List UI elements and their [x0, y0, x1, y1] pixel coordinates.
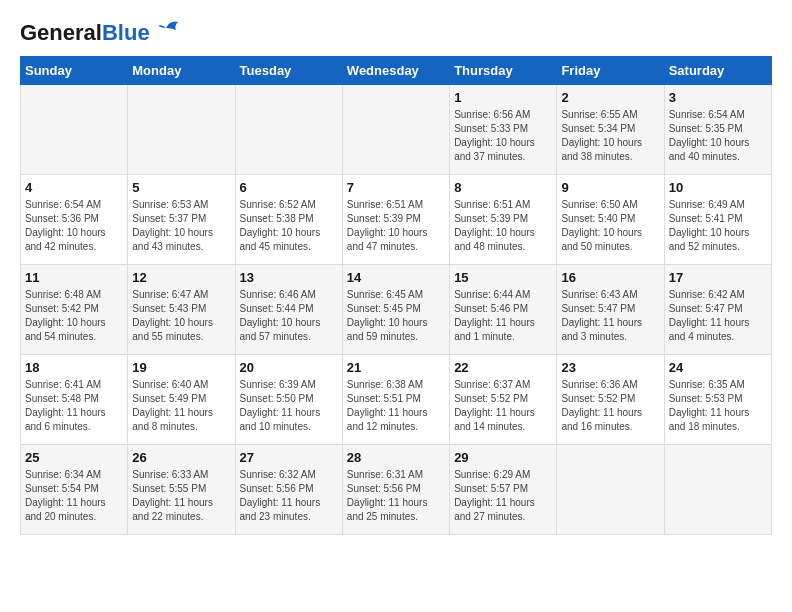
- calendar-week-4: 18Sunrise: 6:41 AMSunset: 5:48 PMDayligh…: [21, 355, 772, 445]
- calendar-header: SundayMondayTuesdayWednesdayThursdayFrid…: [21, 57, 772, 85]
- day-number: 19: [132, 360, 230, 375]
- calendar-cell: 15Sunrise: 6:44 AMSunset: 5:46 PMDayligh…: [450, 265, 557, 355]
- calendar-cell: 28Sunrise: 6:31 AMSunset: 5:56 PMDayligh…: [342, 445, 449, 535]
- day-details: Sunrise: 6:54 AMSunset: 5:35 PMDaylight:…: [669, 108, 767, 164]
- calendar-cell: [128, 85, 235, 175]
- day-details: Sunrise: 6:51 AMSunset: 5:39 PMDaylight:…: [347, 198, 445, 254]
- day-number: 16: [561, 270, 659, 285]
- day-number: 5: [132, 180, 230, 195]
- day-details: Sunrise: 6:38 AMSunset: 5:51 PMDaylight:…: [347, 378, 445, 434]
- calendar-cell: 29Sunrise: 6:29 AMSunset: 5:57 PMDayligh…: [450, 445, 557, 535]
- day-details: Sunrise: 6:40 AMSunset: 5:49 PMDaylight:…: [132, 378, 230, 434]
- calendar-cell: [235, 85, 342, 175]
- day-details: Sunrise: 6:48 AMSunset: 5:42 PMDaylight:…: [25, 288, 123, 344]
- day-number: 15: [454, 270, 552, 285]
- day-number: 3: [669, 90, 767, 105]
- weekday-saturday: Saturday: [664, 57, 771, 85]
- day-details: Sunrise: 6:51 AMSunset: 5:39 PMDaylight:…: [454, 198, 552, 254]
- day-number: 2: [561, 90, 659, 105]
- calendar-cell: 9Sunrise: 6:50 AMSunset: 5:40 PMDaylight…: [557, 175, 664, 265]
- logo-blue: Blue: [102, 20, 150, 45]
- calendar-cell: [557, 445, 664, 535]
- calendar-cell: 26Sunrise: 6:33 AMSunset: 5:55 PMDayligh…: [128, 445, 235, 535]
- day-details: Sunrise: 6:39 AMSunset: 5:50 PMDaylight:…: [240, 378, 338, 434]
- day-number: 20: [240, 360, 338, 375]
- day-number: 1: [454, 90, 552, 105]
- calendar-cell: [342, 85, 449, 175]
- logo-general: General: [20, 20, 102, 45]
- calendar-cell: 1Sunrise: 6:56 AMSunset: 5:33 PMDaylight…: [450, 85, 557, 175]
- calendar-cell: 13Sunrise: 6:46 AMSunset: 5:44 PMDayligh…: [235, 265, 342, 355]
- calendar-cell: 24Sunrise: 6:35 AMSunset: 5:53 PMDayligh…: [664, 355, 771, 445]
- day-number: 7: [347, 180, 445, 195]
- day-details: Sunrise: 6:44 AMSunset: 5:46 PMDaylight:…: [454, 288, 552, 344]
- calendar-week-2: 4Sunrise: 6:54 AMSunset: 5:36 PMDaylight…: [21, 175, 772, 265]
- day-number: 13: [240, 270, 338, 285]
- weekday-wednesday: Wednesday: [342, 57, 449, 85]
- calendar-cell: 10Sunrise: 6:49 AMSunset: 5:41 PMDayligh…: [664, 175, 771, 265]
- day-number: 26: [132, 450, 230, 465]
- calendar-cell: 3Sunrise: 6:54 AMSunset: 5:35 PMDaylight…: [664, 85, 771, 175]
- day-details: Sunrise: 6:29 AMSunset: 5:57 PMDaylight:…: [454, 468, 552, 524]
- weekday-friday: Friday: [557, 57, 664, 85]
- day-number: 10: [669, 180, 767, 195]
- calendar-cell: 5Sunrise: 6:53 AMSunset: 5:37 PMDaylight…: [128, 175, 235, 265]
- day-number: 14: [347, 270, 445, 285]
- calendar-cell: 16Sunrise: 6:43 AMSunset: 5:47 PMDayligh…: [557, 265, 664, 355]
- day-number: 29: [454, 450, 552, 465]
- calendar-cell: 7Sunrise: 6:51 AMSunset: 5:39 PMDaylight…: [342, 175, 449, 265]
- day-details: Sunrise: 6:55 AMSunset: 5:34 PMDaylight:…: [561, 108, 659, 164]
- calendar-cell: [21, 85, 128, 175]
- day-details: Sunrise: 6:37 AMSunset: 5:52 PMDaylight:…: [454, 378, 552, 434]
- day-details: Sunrise: 6:45 AMSunset: 5:45 PMDaylight:…: [347, 288, 445, 344]
- weekday-header-row: SundayMondayTuesdayWednesdayThursdayFrid…: [21, 57, 772, 85]
- calendar-week-5: 25Sunrise: 6:34 AMSunset: 5:54 PMDayligh…: [21, 445, 772, 535]
- day-details: Sunrise: 6:50 AMSunset: 5:40 PMDaylight:…: [561, 198, 659, 254]
- calendar-cell: 14Sunrise: 6:45 AMSunset: 5:45 PMDayligh…: [342, 265, 449, 355]
- logo: GeneralBlue: [20, 20, 184, 46]
- day-number: 6: [240, 180, 338, 195]
- day-number: 22: [454, 360, 552, 375]
- calendar-cell: 21Sunrise: 6:38 AMSunset: 5:51 PMDayligh…: [342, 355, 449, 445]
- day-number: 28: [347, 450, 445, 465]
- calendar-cell: 18Sunrise: 6:41 AMSunset: 5:48 PMDayligh…: [21, 355, 128, 445]
- calendar-cell: 27Sunrise: 6:32 AMSunset: 5:56 PMDayligh…: [235, 445, 342, 535]
- day-details: Sunrise: 6:56 AMSunset: 5:33 PMDaylight:…: [454, 108, 552, 164]
- day-number: 9: [561, 180, 659, 195]
- day-details: Sunrise: 6:34 AMSunset: 5:54 PMDaylight:…: [25, 468, 123, 524]
- day-number: 12: [132, 270, 230, 285]
- weekday-sunday: Sunday: [21, 57, 128, 85]
- day-details: Sunrise: 6:43 AMSunset: 5:47 PMDaylight:…: [561, 288, 659, 344]
- day-number: 8: [454, 180, 552, 195]
- calendar-cell: 23Sunrise: 6:36 AMSunset: 5:52 PMDayligh…: [557, 355, 664, 445]
- day-details: Sunrise: 6:31 AMSunset: 5:56 PMDaylight:…: [347, 468, 445, 524]
- calendar-cell: 19Sunrise: 6:40 AMSunset: 5:49 PMDayligh…: [128, 355, 235, 445]
- day-details: Sunrise: 6:47 AMSunset: 5:43 PMDaylight:…: [132, 288, 230, 344]
- day-number: 25: [25, 450, 123, 465]
- day-details: Sunrise: 6:41 AMSunset: 5:48 PMDaylight:…: [25, 378, 123, 434]
- calendar-week-1: 1Sunrise: 6:56 AMSunset: 5:33 PMDaylight…: [21, 85, 772, 175]
- day-details: Sunrise: 6:49 AMSunset: 5:41 PMDaylight:…: [669, 198, 767, 254]
- calendar-week-3: 11Sunrise: 6:48 AMSunset: 5:42 PMDayligh…: [21, 265, 772, 355]
- day-details: Sunrise: 6:36 AMSunset: 5:52 PMDaylight:…: [561, 378, 659, 434]
- day-number: 21: [347, 360, 445, 375]
- day-details: Sunrise: 6:33 AMSunset: 5:55 PMDaylight:…: [132, 468, 230, 524]
- day-number: 4: [25, 180, 123, 195]
- calendar-cell: [664, 445, 771, 535]
- weekday-monday: Monday: [128, 57, 235, 85]
- weekday-thursday: Thursday: [450, 57, 557, 85]
- day-details: Sunrise: 6:32 AMSunset: 5:56 PMDaylight:…: [240, 468, 338, 524]
- day-number: 18: [25, 360, 123, 375]
- calendar-cell: 6Sunrise: 6:52 AMSunset: 5:38 PMDaylight…: [235, 175, 342, 265]
- day-number: 27: [240, 450, 338, 465]
- calendar-table: SundayMondayTuesdayWednesdayThursdayFrid…: [20, 56, 772, 535]
- calendar-cell: 25Sunrise: 6:34 AMSunset: 5:54 PMDayligh…: [21, 445, 128, 535]
- day-number: 23: [561, 360, 659, 375]
- calendar-cell: 8Sunrise: 6:51 AMSunset: 5:39 PMDaylight…: [450, 175, 557, 265]
- day-details: Sunrise: 6:35 AMSunset: 5:53 PMDaylight:…: [669, 378, 767, 434]
- day-details: Sunrise: 6:52 AMSunset: 5:38 PMDaylight:…: [240, 198, 338, 254]
- calendar-cell: 11Sunrise: 6:48 AMSunset: 5:42 PMDayligh…: [21, 265, 128, 355]
- logo-bird-icon: [156, 18, 184, 40]
- calendar-cell: 22Sunrise: 6:37 AMSunset: 5:52 PMDayligh…: [450, 355, 557, 445]
- day-details: Sunrise: 6:54 AMSunset: 5:36 PMDaylight:…: [25, 198, 123, 254]
